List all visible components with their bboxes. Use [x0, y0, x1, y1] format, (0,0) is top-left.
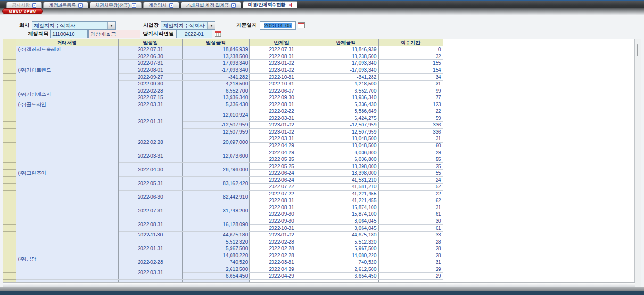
row-selector-cell[interactable]: [3, 101, 16, 108]
settlement-date-cell[interactable]: 2022-09-30: [249, 211, 314, 218]
settlement-date-cell[interactable]: 2022-08-31: [249, 204, 314, 211]
occurrence-amount-cell[interactable]: 12,010,924: [182, 108, 249, 121]
tab-1[interactable]: 공지사항×: [6, 2, 42, 8]
settlement-date-cell[interactable]: 2022-04-29: [249, 142, 314, 149]
row-selector-cell[interactable]: [3, 225, 16, 232]
settlement-amount-cell[interactable]: 2,612,500: [314, 266, 378, 273]
column-header[interactable]: 회수기간: [378, 39, 443, 46]
collection-days-cell[interactable]: 34: [378, 74, 443, 81]
tab-5[interactable]: 거래처별 계정 집계표×: [181, 2, 241, 8]
close-icon[interactable]: ×: [169, 3, 173, 8]
occurrence-amount-cell[interactable]: 12,507,959: [182, 128, 249, 135]
occurrence-date-cell[interactable]: 2022-07-31: [118, 60, 182, 67]
settlement-date-cell[interactable]: 2022-02-28: [249, 238, 314, 245]
settlement-amount-cell[interactable]: 8,064,045: [314, 218, 378, 225]
settlement-date-cell[interactable]: 2022-05-25: [249, 156, 314, 163]
row-selector-cell[interactable]: [3, 252, 16, 259]
row-selector-cell[interactable]: [3, 149, 16, 156]
settlement-date-cell[interactable]: 2022-03-31: [249, 259, 314, 266]
settlement-amount-cell[interactable]: 10,048,500: [314, 142, 378, 149]
occurrence-date-cell[interactable]: 2022-04-30: [118, 163, 182, 177]
vertical-scrollbar[interactable]: [635, 39, 641, 287]
row-selector-cell[interactable]: [3, 80, 16, 87]
settlement-date-cell[interactable]: 2022-09-30: [249, 218, 314, 225]
collection-days-cell[interactable]: 61: [378, 211, 443, 218]
row-selector-cell[interactable]: [3, 135, 16, 143]
row-selector-cell[interactable]: [3, 60, 16, 67]
column-header[interactable]: 반제금액: [314, 39, 378, 46]
occurrence-amount-cell[interactable]: 31,748,200: [182, 204, 249, 218]
settlement-date-cell[interactable]: 2022-06-24: [249, 169, 314, 177]
row-selector-cell[interactable]: [3, 46, 16, 53]
settlement-date-cell[interactable]: 2023-01-02: [249, 122, 314, 129]
occurrence-amount-cell[interactable]: 5,512,320: [182, 238, 249, 245]
occurrence-date-cell[interactable]: 2022-06-30: [118, 190, 182, 204]
collection-days-cell[interactable]: 33: [378, 231, 443, 238]
occurrence-date-cell[interactable]: 2022-02-28: [118, 259, 182, 266]
settlement-amount-cell[interactable]: -341,282: [314, 74, 378, 81]
collection-days-cell[interactable]: 77: [378, 94, 443, 101]
settlement-amount-cell[interactable]: 41,581,210: [314, 183, 378, 190]
row-selector-cell[interactable]: [3, 218, 16, 225]
settlement-amount-cell[interactable]: 5,967,500: [314, 245, 378, 252]
chevron-down-icon[interactable]: ▼: [207, 22, 215, 29]
settlement-date-cell[interactable]: 2022-06-07: [249, 87, 314, 94]
row-selector-cell[interactable]: [3, 74, 16, 81]
settlement-amount-cell[interactable]: 6,552,700: [314, 87, 378, 94]
row-selector-cell[interactable]: [3, 273, 16, 280]
settlement-amount-cell[interactable]: 10,048,500: [314, 135, 378, 143]
occurrence-date-cell[interactable]: 2022-08-31: [118, 218, 182, 231]
collection-days-cell[interactable]: 24: [378, 177, 443, 184]
collection-days-cell[interactable]: 28: [378, 245, 443, 252]
close-icon[interactable]: ×: [231, 3, 236, 8]
settlement-amount-cell[interactable]: 12,507,959: [314, 128, 378, 135]
collection-days-cell[interactable]: 55: [378, 169, 443, 177]
customer-name-cell[interactable]: (주)골드라인: [16, 101, 118, 108]
customer-name-cell[interactable]: (주)그린조이: [16, 108, 118, 238]
customer-name-cell[interactable]: (주)거림트렌드: [16, 53, 118, 87]
settlement-date-cell[interactable]: 2022-07-31: [249, 46, 314, 53]
row-selector-cell[interactable]: [3, 197, 16, 204]
collection-days-cell[interactable]: 59: [378, 115, 443, 122]
collection-days-cell[interactable]: 123: [378, 101, 443, 108]
settlement-amount-cell[interactable]: 6,424,275: [314, 115, 378, 122]
settlement-date-cell[interactable]: 2022-03-31: [249, 135, 314, 143]
collection-days-cell[interactable]: 154: [378, 67, 443, 74]
row-selector-cell[interactable]: [3, 169, 16, 177]
collection-days-cell[interactable]: 155: [378, 60, 443, 67]
collection-days-cell[interactable]: 29: [378, 266, 443, 273]
settlement-amount-cell[interactable]: 13,398,000: [314, 169, 378, 177]
occurrence-date-cell[interactable]: 2022-01-31: [118, 238, 182, 259]
row-selector-cell[interactable]: [3, 156, 16, 163]
column-header[interactable]: 거래처명: [16, 39, 118, 46]
settlement-date-cell[interactable]: 2022-03-31: [249, 115, 314, 122]
collection-days-cell[interactable]: 22: [378, 190, 443, 197]
row-selector-cell[interactable]: [3, 128, 16, 135]
row-selector-cell[interactable]: [3, 142, 16, 149]
start-month-input[interactable]: 2022-01: [176, 30, 212, 38]
base-date-input[interactable]: 2023-01-05: [260, 21, 296, 30]
collection-days-cell[interactable]: 31: [378, 135, 443, 143]
close-icon[interactable]: ×: [288, 3, 292, 7]
occurrence-amount-cell[interactable]: 20,097,000: [182, 135, 249, 149]
row-selector-cell[interactable]: [3, 204, 16, 211]
occurrence-date-cell[interactable]: 2022-03-31: [118, 266, 182, 279]
occurrence-amount-cell[interactable]: 82,442,910: [182, 190, 249, 204]
settlement-amount-cell[interactable]: 13,936,340: [314, 94, 378, 101]
settlement-date-cell[interactable]: 2022-04-29: [249, 149, 314, 156]
occurrence-amount-cell[interactable]: 6,552,700: [182, 87, 249, 94]
collection-days-cell[interactable]: 29: [378, 149, 443, 156]
row-selector-cell[interactable]: [3, 87, 16, 94]
row-selector-cell[interactable]: [3, 163, 16, 170]
settlement-amount-cell[interactable]: 13,398,000: [314, 163, 378, 170]
settlement-amount-cell[interactable]: 14,080,220: [314, 252, 378, 259]
occurrence-amount-cell[interactable]: 5,336,430: [182, 101, 249, 108]
settlement-date-cell[interactable]: 2022-04-29: [249, 273, 314, 280]
close-icon[interactable]: ×: [78, 3, 83, 8]
row-selector-cell[interactable]: [3, 115, 16, 122]
horizontal-scrollbar[interactable]: [3, 282, 635, 287]
occurrence-date-cell[interactable]: 2022-09-30: [118, 80, 182, 87]
settlement-date-cell[interactable]: 2022-10-31: [249, 74, 314, 81]
calendar-icon[interactable]: [215, 31, 221, 37]
occurrence-date-cell[interactable]: 2022-08-01: [118, 67, 182, 74]
